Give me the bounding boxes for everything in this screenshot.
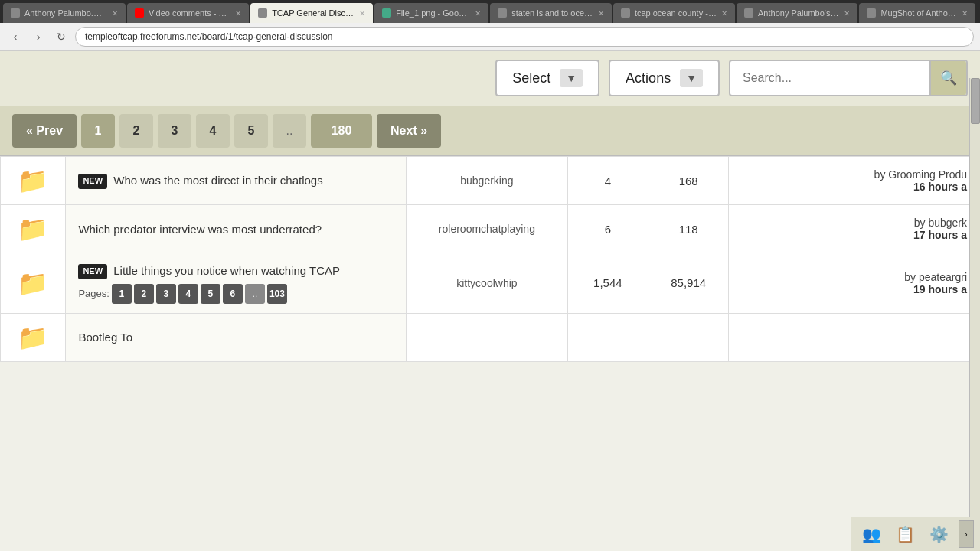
table-row: 📁 Which predator interview was most unde… (1, 205, 980, 253)
tab-close-icon[interactable]: ✕ (112, 9, 118, 18)
tab-mugshot-nm[interactable]: MugShot of Anthony NM... ✕ (859, 3, 975, 23)
scrollbar[interactable] (969, 78, 980, 517)
settings-icon[interactable]: ⚙️ (925, 520, 952, 548)
tab-favicon (382, 8, 391, 18)
last-post-time: 17 hours a (741, 229, 967, 241)
topic-page-3[interactable]: 3 (156, 284, 176, 304)
tab-video-comments[interactable]: Video comments - YouTub... ✕ (127, 3, 249, 23)
replies-cell: 4 (567, 157, 648, 205)
tab-label: Video comments - YouTub... (149, 8, 230, 18)
back-button[interactable]: ‹ (6, 28, 24, 46)
tab-label: Anthony Palumbo's mug s... (758, 8, 839, 18)
tab-tcap-ocean[interactable]: tcap ocean county - Googl... ✕ (613, 3, 735, 23)
topic-title-text[interactable]: Which predator interview was most underr… (78, 223, 322, 236)
forum-table: 📁 NEW Who was the most direct in their c… (0, 156, 980, 362)
topic-title: Which predator interview was most underr… (78, 221, 394, 237)
table-row: 📁 NEW Little things you notice when watc… (1, 253, 980, 314)
views-count: 85,914 (671, 276, 706, 289)
topic-title-text[interactable]: Little things you notice when watching T… (113, 264, 340, 277)
new-badge: NEW (78, 264, 107, 279)
tab-label: TCAP General Discussion |... (272, 8, 354, 18)
views-cell (648, 313, 729, 361)
tab-anthony-mp4[interactable]: Anthony Palumbo.mp4 - G... ✕ (3, 3, 126, 23)
replies-cell: 6 (567, 205, 648, 253)
actions-button[interactable]: Actions ▼ (609, 60, 720, 96)
select-button[interactable]: Select ▼ (495, 60, 599, 96)
tab-favicon (498, 8, 507, 18)
topic-page-4[interactable]: 4 (178, 284, 198, 304)
tab-tcap-general[interactable]: TCAP General Discussion |... ✕ (250, 3, 373, 23)
community-icon[interactable]: 👥 (858, 520, 885, 548)
topic-cell: NEW Little things you notice when watchi… (66, 253, 407, 314)
tab-label: tcap ocean county - Googl... (635, 8, 717, 18)
folder-icon: 📁 (1, 313, 66, 361)
prev-button[interactable]: « Prev (12, 114, 77, 148)
tab-close-icon[interactable]: ✕ (844, 9, 850, 18)
author-name[interactable]: roleroomchatplaying (439, 223, 535, 235)
author-name[interactable]: kittycoolwhip (456, 277, 517, 289)
topic-page-1[interactable]: 1 (112, 284, 132, 304)
topic-page-103[interactable]: 103 (267, 284, 287, 304)
tab-close-icon[interactable]: ✕ (475, 9, 481, 18)
reload-button[interactable]: ↻ (52, 28, 70, 46)
select-chevron-icon: ▼ (560, 69, 583, 87)
table-row: 📁 Bootleg To (1, 313, 980, 361)
table-row: 📁 NEW Who was the most direct in their c… (1, 157, 980, 205)
forward-button[interactable]: › (29, 28, 47, 46)
page-5-button[interactable]: 5 (234, 114, 268, 148)
page-1-button[interactable]: 1 (81, 114, 115, 148)
last-post-time: 16 hours a (741, 181, 967, 193)
tab-file-drive[interactable]: File_1.png - Google Drive ✕ (374, 3, 488, 23)
views-count: 168 (679, 174, 698, 187)
tab-staten-island[interactable]: staten island to ocean cou... ✕ (490, 3, 612, 23)
page-3-button[interactable]: 3 (158, 114, 191, 148)
last-post-by: by bubgerk (914, 217, 967, 229)
last-post-cell: by peateargri 19 hours a (729, 253, 980, 314)
topic-title: NEW Little things you notice when watchi… (78, 262, 394, 279)
last-post-time: 19 hours a (741, 283, 967, 295)
topic-cell: NEW Who was the most direct in their cha… (66, 157, 407, 205)
tab-bar: Anthony Palumbo.mp4 - G... ✕ Video comme… (0, 0, 980, 23)
topic-page-2[interactable]: 2 (134, 284, 154, 304)
tab-close-icon[interactable]: ✕ (721, 9, 727, 18)
tab-close-icon[interactable]: ✕ (359, 9, 365, 18)
replies-count: 4 (605, 174, 611, 187)
topic-page-5[interactable]: 5 (201, 284, 220, 304)
url-bar[interactable]: templeoftcap.freeforums.net/board/1/tcap… (75, 27, 974, 47)
pagination-dots: .. (273, 114, 306, 148)
tab-close-icon[interactable]: ✕ (235, 9, 241, 18)
scroll-thumb[interactable] (971, 78, 980, 124)
folder-icon: 📁 (1, 157, 66, 205)
search-input[interactable] (730, 71, 929, 85)
search-icon: 🔍 (940, 70, 957, 86)
topic-pages-row: Pages: 1 2 3 4 5 6 .. 103 (78, 284, 394, 304)
last-post-cell: by Grooming Produ 16 hours a (729, 157, 980, 205)
topic-cell: Which predator interview was most underr… (66, 205, 407, 253)
next-button[interactable]: Next » (377, 114, 441, 148)
actions-chevron-icon: ▼ (680, 69, 703, 87)
tab-favicon (867, 8, 876, 18)
url-text: templeoftcap.freeforums.net/board/1/tcap… (85, 31, 333, 42)
tab-favicon (744, 8, 753, 18)
page-2-button[interactable]: 2 (119, 114, 153, 148)
folder-icon: 📁 (1, 205, 66, 253)
replies-cell: 1,544 (567, 253, 648, 314)
page-4-button[interactable]: 4 (196, 114, 230, 148)
search-box: 🔍 (729, 60, 968, 96)
page-180-button[interactable]: 180 (311, 114, 372, 148)
topic-page-6[interactable]: 6 (223, 284, 243, 304)
actions-label: Actions (626, 70, 671, 86)
topic-title-text[interactable]: Bootleg To (78, 331, 132, 344)
views-cell: 168 (648, 157, 729, 205)
author-cell: kittycoolwhip (407, 253, 568, 314)
tab-close-icon[interactable]: ✕ (598, 9, 604, 18)
author-name[interactable]: bubgerking (460, 174, 513, 187)
views-cell: 118 (648, 205, 729, 253)
list-icon[interactable]: 📋 (891, 520, 919, 548)
search-button[interactable]: 🔍 (929, 60, 966, 96)
tab-close-icon[interactable]: ✕ (962, 9, 968, 18)
topic-cell: Bootleg To (66, 313, 407, 361)
tab-mugshot-palumbo[interactable]: Anthony Palumbo's mug s... ✕ (737, 3, 858, 23)
expand-button[interactable]: › (959, 520, 974, 548)
topic-title-text[interactable]: Who was the most direct in their chatlog… (113, 174, 322, 187)
